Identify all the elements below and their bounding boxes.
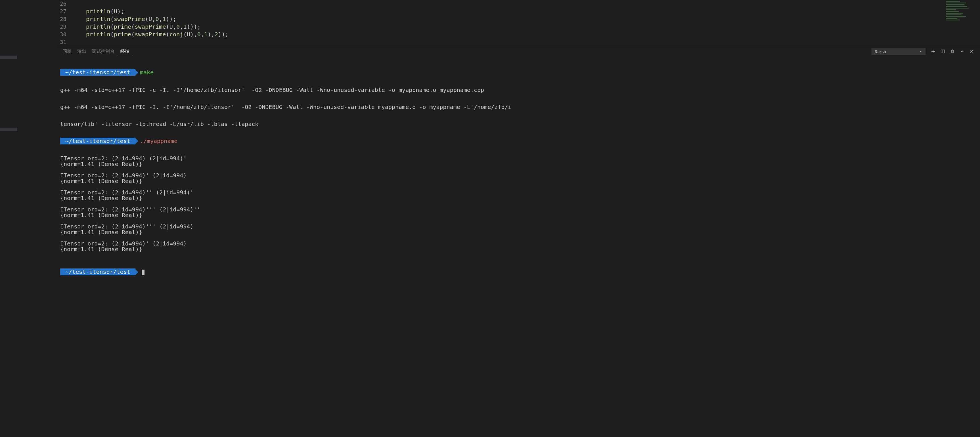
gutter-mark [0,56,17,59]
make-output-line: g++ -m64 -std=c++17 -fPIC -c -I. -I'/hom… [60,87,976,93]
code-content[interactable]: println(U); [72,8,124,15]
code-content[interactable]: println(prime(swapPrime(U,0,1))); [72,23,201,31]
code-line[interactable]: 27 println(U); [56,8,980,15]
gutter-mark [0,128,17,131]
program-output: ITensor ord=2: (2|id=994) (2|id=994)'{no… [60,156,976,257]
code-line[interactable]: 28 println(swapPrime(U,0,1)); [56,15,980,23]
prompt-path: ~/test-itensor/test [60,269,135,275]
tab-output[interactable]: 输出 [75,49,89,54]
code-token [72,31,86,38]
prompt-arrow-icon [135,269,138,275]
code-token: ( [110,16,114,22]
code-token: 2 [215,31,218,38]
code-token: println [86,8,110,15]
close-panel-button[interactable] [967,48,976,55]
close-icon [969,49,974,54]
code-line[interactable]: 30 println(prime(swapPrime(conj(U),0,1),… [56,31,980,38]
terminal-output[interactable]: ~/test-itensor/test make g++ -m64 -std=c… [56,56,980,437]
kill-terminal-button[interactable] [948,48,957,55]
code-token: conj [170,31,183,38]
code-token: 1 [162,16,166,22]
terminal-blank-line [60,184,976,189]
terminal-cursor [142,270,145,275]
code-lines-container: 2627 println(U);28 println(swapPrime(U,0… [56,0,980,46]
tab-terminal[interactable]: 终端 [118,48,132,56]
prompt-path: ~/test-itensor/test [60,69,135,76]
code-token [72,16,86,22]
code-token: prime [114,23,131,30]
terminal-select[interactable]: 3: zsh [872,48,926,55]
code-token: , [201,31,204,38]
terminal-line: ITensor ord=2: (2|id=994)''' (2|id=994) [60,224,976,229]
terminal-blank-line [60,218,976,224]
terminal-line: {norm=1.41 (Dense Real)} [60,246,976,252]
panel-tabbar: 问题 输出 调试控制台 终端 3: zsh [56,46,980,56]
code-token: ( [110,31,114,38]
code-token: ))); [187,23,201,30]
tab-debug-console[interactable]: 调试控制台 [89,49,118,54]
line-number: 28 [56,15,72,23]
code-token: prime [114,31,131,38]
cmd-make: make [140,69,154,76]
code-line[interactable]: 26 [56,0,980,8]
code-editor[interactable]: 2627 println(U);28 println(swapPrime(U,0… [56,0,980,46]
prompt-line-make: ~/test-itensor/test make [60,70,976,76]
prompt-line-run: ~/test-itensor/test ./myappname [60,138,976,145]
code-token: swapPrime [135,31,166,38]
code-token: swapPrime [135,23,166,30]
terminal-blank-line [60,235,976,241]
chevron-up-icon [960,49,964,54]
terminal-blank-line [60,252,976,257]
terminal-line: {norm=1.41 (Dense Real)} [60,212,976,218]
terminal-line: ITensor ord=2: (2|id=994)' (2|id=994) [60,173,976,178]
make-output-line: g++ -m64 -std=c++17 -fPIC -I. -I'/home/z… [60,104,976,110]
terminal-blank-line [60,167,976,173]
line-number: 31 [56,38,72,46]
line-number: 30 [56,31,72,38]
terminal-blank-line [60,201,976,207]
code-token: println [86,16,110,22]
maximize-panel-button[interactable] [958,48,966,55]
code-token: , [180,23,183,30]
prompt-arrow-icon [135,70,138,75]
line-number: 26 [56,0,72,8]
code-line[interactable]: 29 println(prime(swapPrime(U,0,1))); [56,23,980,31]
code-token: (U, [145,16,156,22]
terminal-line: {norm=1.41 (Dense Real)} [60,229,976,235]
chevron-down-icon [919,49,923,54]
terminal-line: {norm=1.41 (Dense Real)} [60,178,976,184]
code-token: 1 [183,23,187,30]
code-token: 1 [204,31,207,38]
code-content[interactable]: println(prime(swapPrime(conj(U),0,1),2))… [72,31,229,38]
code-content[interactable]: println(swapPrime(U,0,1)); [72,15,176,23]
terminal-line: ITensor ord=2: (2|id=994)''' (2|id=994)'… [60,207,976,212]
code-token [72,8,86,15]
terminal-line: ITensor ord=2: (2|id=994)'' (2|id=994)' [60,189,976,195]
bottom-panel: 问题 输出 调试控制台 终端 3: zsh [56,46,980,437]
prompt-line-idle: ~/test-itensor/test [60,269,976,275]
tab-problems[interactable]: 问题 [60,49,75,54]
new-terminal-button[interactable] [929,48,937,55]
code-token: println [86,31,110,38]
code-token: , [159,16,162,22]
code-token: (U), [183,31,197,38]
split-icon [940,49,945,54]
prompt-path: ~/test-itensor/test [60,138,135,145]
plus-icon [931,49,935,54]
code-token: 0 [176,23,180,30]
split-terminal-button[interactable] [939,48,947,55]
cmd-run: ./myappname [140,138,177,145]
code-token: (U, [166,23,177,30]
trash-icon [950,49,955,54]
code-token [72,23,86,30]
line-number: 29 [56,23,72,31]
editor-left-gutter [0,0,56,437]
line-number: 27 [56,8,72,15]
make-output-line: tensor/lib' -litensor -lpthread -L/usr/l… [60,121,976,127]
code-token: swapPrime [114,16,145,22]
code-token: ( [110,23,114,30]
code-token: 0 [197,31,201,38]
code-line[interactable]: 31 [56,38,980,46]
prompt-arrow-icon [135,138,138,144]
code-token: (U); [110,8,124,15]
